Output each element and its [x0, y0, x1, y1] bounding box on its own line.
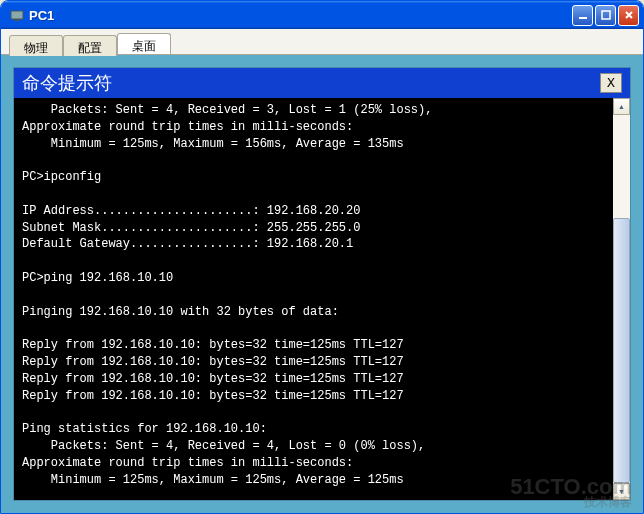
app-icon	[9, 7, 25, 23]
scroll-track[interactable]	[613, 115, 630, 483]
scroll-thumb[interactable]	[613, 218, 630, 483]
tab-desktop[interactable]: 桌面	[117, 33, 171, 54]
output-line: PC>ipconfig	[22, 170, 101, 184]
output-line: Reply from 192.168.10.10: bytes=32 time=…	[22, 338, 404, 352]
output-line: Minimum = 125ms, Maximum = 125ms, Averag…	[22, 473, 404, 487]
output-line: Minimum = 125ms, Maximum = 156ms, Averag…	[22, 137, 404, 151]
output-line: Reply from 192.168.10.10: bytes=32 time=…	[22, 355, 404, 369]
svg-rect-1	[14, 19, 20, 21]
output-line: Packets: Sent = 4, Received = 3, Lost = …	[22, 103, 432, 117]
output-line: Default Gateway.................: 192.16…	[22, 237, 353, 251]
window-controls	[572, 5, 639, 26]
output-line: Approximate round trip times in milli-se…	[22, 120, 353, 134]
app-window: PC1 物理 配置 桌面 命令提示符 X Packets: Sent = 4, …	[0, 0, 644, 514]
minimize-button[interactable]	[572, 5, 593, 26]
output-line: Pinging 192.168.10.10 with 32 bytes of d…	[22, 305, 339, 319]
window-title: PC1	[29, 8, 572, 23]
terminal-close-button[interactable]: X	[600, 73, 622, 93]
output-line: Ping statistics for 192.168.10.10:	[22, 422, 267, 436]
output-line: Reply from 192.168.10.10: bytes=32 time=…	[22, 389, 404, 403]
output-line: Subnet Mask.....................: 255.25…	[22, 221, 360, 235]
content-area: 命令提示符 X Packets: Sent = 4, Received = 3,…	[1, 55, 643, 513]
svg-rect-2	[579, 17, 587, 19]
tab-bar: 物理 配置 桌面	[1, 29, 643, 55]
tab-config[interactable]: 配置	[63, 35, 117, 56]
output-line: Reply from 192.168.10.10: bytes=32 time=…	[22, 372, 404, 386]
scrollbar: ▲ ▼	[613, 98, 630, 500]
terminal-title-text: 命令提示符	[22, 71, 112, 95]
terminal-titlebar[interactable]: 命令提示符 X	[14, 68, 630, 98]
scroll-down-button[interactable]: ▼	[613, 483, 630, 500]
tab-physical[interactable]: 物理	[9, 35, 63, 56]
terminal-window: 命令提示符 X Packets: Sent = 4, Received = 3,…	[13, 67, 631, 501]
scroll-up-button[interactable]: ▲	[613, 98, 630, 115]
terminal-body-wrap: Packets: Sent = 4, Received = 3, Lost = …	[14, 98, 630, 500]
svg-rect-3	[602, 11, 610, 19]
terminal-output[interactable]: Packets: Sent = 4, Received = 3, Lost = …	[14, 98, 613, 500]
output-line: PC>ping 192.168.10.10	[22, 271, 173, 285]
maximize-button[interactable]	[595, 5, 616, 26]
svg-rect-0	[11, 11, 23, 19]
close-button[interactable]	[618, 5, 639, 26]
titlebar[interactable]: PC1	[1, 1, 643, 29]
output-line: Approximate round trip times in milli-se…	[22, 456, 353, 470]
output-line: Packets: Sent = 4, Received = 4, Lost = …	[22, 439, 425, 453]
output-line: IP Address......................: 192.16…	[22, 204, 360, 218]
